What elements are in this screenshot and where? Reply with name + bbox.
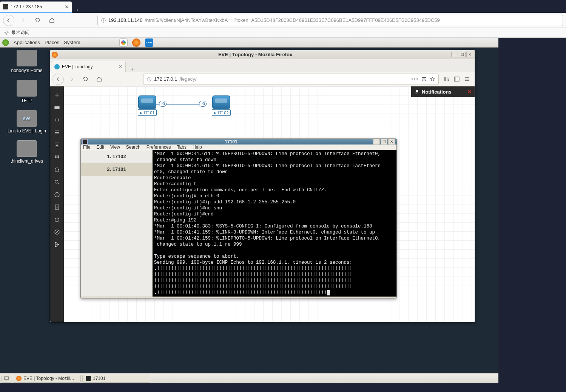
firefox-logo-icon — [52, 52, 58, 58]
sidebar-text-button[interactable]: A — [52, 141, 62, 149]
drive-icon — [17, 140, 37, 157]
desktop-body[interactable]: nobody's Home TFTP eve Link to EVE | Log… — [0, 48, 498, 383]
minimize-button[interactable]: — — [373, 139, 380, 145]
maximize-button[interactable]: ☐ — [381, 139, 387, 145]
close-button[interactable]: ✕ — [388, 139, 395, 145]
desktop-icon-thinclient[interactable]: thinclient_drives — [11, 140, 43, 164]
sidebar-list-button[interactable] — [52, 128, 62, 137]
node-label: ▶17102 — [212, 109, 231, 116]
minimize-button[interactable]: — — [451, 52, 458, 57]
menu-help[interactable]: Help — [193, 145, 202, 150]
forward-button[interactable] — [17, 15, 29, 26]
folder-icon — [17, 80, 37, 97]
taskbar-item-terminal[interactable]: 17101 — [82, 375, 150, 383]
close-icon[interactable]: ✕ — [467, 89, 472, 95]
svg-text:A: A — [56, 143, 58, 147]
chromium-icon[interactable] — [119, 38, 128, 47]
sidebar-info-button[interactable] — [52, 191, 62, 199]
firefox-url-host: 172.17.0.1 — [154, 76, 177, 82]
notifications-bar[interactable]: Notifications ✕ — [411, 86, 475, 97]
menu-tabs[interactable]: Tabs — [177, 145, 187, 150]
maximize-button[interactable]: ☐ — [459, 52, 466, 57]
topology-node-17102[interactable]: ▶17102 — [212, 95, 231, 116]
bookmark-most-visited[interactable]: 最常访问 — [11, 29, 29, 36]
pocket-icon[interactable] — [421, 76, 427, 82]
firefox-tab[interactable]: EVE | Topology ✕ — [51, 61, 126, 72]
menu-places[interactable]: Places — [45, 40, 59, 45]
firefox-tabstrip: EVE | Topology ✕ + — [50, 59, 475, 72]
terminal-output[interactable]: *Mar 1 00:00:41.611: %LINEPROTO-5-UPDOWN… — [153, 150, 396, 297]
reload-button[interactable] — [80, 74, 91, 85]
eve-page: A Notifications ✕ — [50, 86, 475, 322]
sidebar-check-button[interactable] — [52, 228, 62, 236]
terminal-statusbar — [81, 297, 396, 298]
search-icon — [54, 179, 60, 185]
distro-icon[interactable] — [2, 39, 9, 46]
back-button[interactable] — [52, 74, 64, 85]
desktop-icon-eve[interactable]: eve Link to EVE | Login — [8, 110, 46, 134]
svg-rect-12 — [5, 377, 9, 380]
svg-rect-4 — [55, 106, 59, 108]
sidebar-refresh-button[interactable] — [52, 166, 62, 174]
star-icon[interactable] — [429, 76, 435, 82]
hdd-icon — [54, 105, 60, 111]
url-actions-icon[interactable]: ••• — [411, 76, 419, 82]
new-tab-button[interactable]: + — [72, 7, 83, 13]
power-icon — [54, 217, 60, 223]
menu-system[interactable]: System — [64, 40, 80, 45]
bell-icon — [414, 89, 419, 94]
desktop-icon-home[interactable]: nobody's Home — [11, 50, 42, 73]
menu-search[interactable]: Search — [126, 145, 140, 150]
menu-applications[interactable]: Applications — [14, 40, 40, 45]
sidebar-zoom-button[interactable] — [52, 178, 62, 186]
menu-view[interactable]: View — [110, 145, 120, 150]
arrow-left-icon — [6, 18, 11, 23]
desktop-icon-tftp[interactable]: TFTP — [17, 80, 37, 103]
sidebar-network-button[interactable] — [52, 116, 62, 124]
sidebar-grid-button[interactable] — [52, 153, 62, 161]
menu-preferences[interactable]: Preferences — [147, 145, 171, 150]
sidebar-nodes-button[interactable] — [52, 103, 62, 112]
sidebar-logout-button[interactable] — [52, 240, 62, 249]
terminal-titlebar[interactable]: 17101 — ☐ ✕ — [81, 139, 396, 145]
home-icon — [96, 76, 102, 82]
show-desktop-button[interactable] — [2, 375, 11, 383]
notifications-label: Notifications — [422, 89, 452, 95]
outer-browser-toolbar: 192.168.11.140/html5/#/client/NjA4NTcAYw… — [0, 13, 566, 28]
sidebar-doc-button[interactable] — [52, 203, 62, 211]
back-button[interactable] — [3, 15, 14, 26]
reload-button[interactable] — [32, 15, 43, 26]
terminal-tab-17102[interactable]: 1. 17102 — [81, 150, 152, 163]
close-button[interactable]: ✕ — [466, 52, 473, 57]
sidebar-power-button[interactable] — [52, 215, 62, 224]
home-button[interactable] — [93, 74, 105, 85]
close-icon[interactable]: ✕ — [65, 4, 69, 10]
sidebar-add-button[interactable] — [52, 91, 62, 99]
new-tab-button[interactable]: + — [126, 66, 139, 72]
forward-button[interactable] — [66, 74, 77, 85]
sidebar-icon[interactable] — [453, 76, 460, 82]
firefox-toolbar-right — [441, 76, 472, 82]
gnome-top-panel: Applications Places System 〰 — [0, 38, 498, 48]
firefox-titlebar[interactable]: EVE | Topology - Mozilla Firefox — ☐ ✕ — [50, 50, 475, 59]
firefox-url-bar[interactable]: 172.17.0.1/legacy/ ••• — [143, 74, 439, 85]
folder-icon — [17, 50, 37, 66]
wireshark-icon[interactable]: 〰 — [145, 38, 153, 47]
eve-canvas[interactable]: Notifications ✕ e0 e0 ▶17101 ▶17102 — [64, 86, 475, 322]
close-icon[interactable]: ✕ — [118, 64, 122, 69]
home-button[interactable] — [46, 15, 57, 26]
taskbar-item-firefox[interactable]: EVE | Topology - Mozill… — [13, 375, 81, 383]
terminal-icon — [82, 139, 88, 145]
outer-url-bar[interactable]: 192.168.11.140/html5/#/client/NjA4NTcAYw… — [97, 15, 563, 26]
menu-file[interactable]: File — [83, 145, 90, 150]
network-icon — [54, 117, 60, 123]
topology-node-17101[interactable]: ▶17101 — [138, 95, 157, 116]
terminal-window: 17101 — ☐ ✕ File Edit View Search Prefer… — [80, 138, 397, 298]
hamburger-icon[interactable] — [464, 76, 470, 82]
terminal-tab-17101[interactable]: 2. 17101 — [81, 163, 152, 176]
library-icon[interactable] — [443, 76, 450, 82]
list-icon — [54, 129, 60, 135]
firefox-icon[interactable] — [132, 38, 140, 47]
menu-edit[interactable]: Edit — [96, 145, 104, 150]
outer-browser-tab[interactable]: 172.17.237.185 ✕ — [0, 2, 72, 13]
